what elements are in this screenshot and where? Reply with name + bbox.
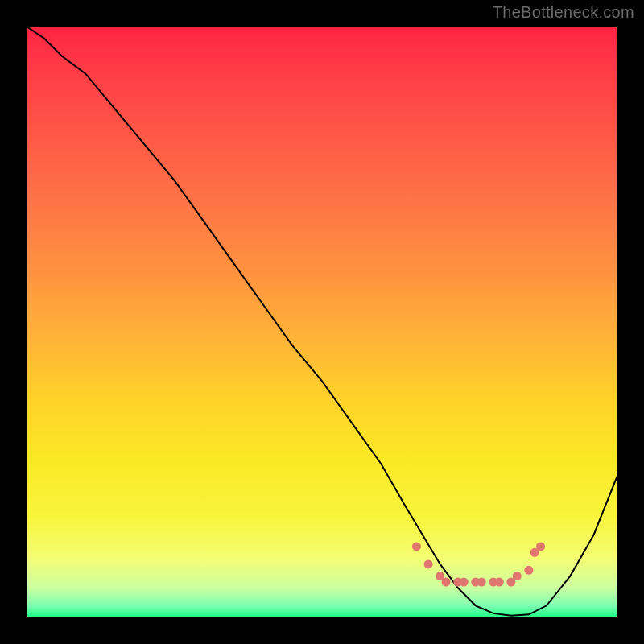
plot-area	[27, 27, 617, 617]
marker-dot	[536, 542, 545, 551]
marker-dot	[513, 572, 522, 580]
marker-dot	[412, 542, 421, 551]
marker-dot	[495, 578, 504, 587]
watermark-text: TheBottleneck.com	[493, 3, 634, 22]
marker-dot	[477, 578, 486, 587]
chart-svg	[27, 27, 617, 617]
optimal-range-markers	[412, 542, 545, 586]
marker-dot	[460, 578, 469, 587]
chart-container: TheBottleneck.com	[0, 0, 644, 644]
marker-dot	[424, 559, 433, 568]
marker-dot	[442, 578, 451, 587]
bottleneck-curve	[27, 27, 617, 616]
marker-dot	[524, 566, 533, 575]
